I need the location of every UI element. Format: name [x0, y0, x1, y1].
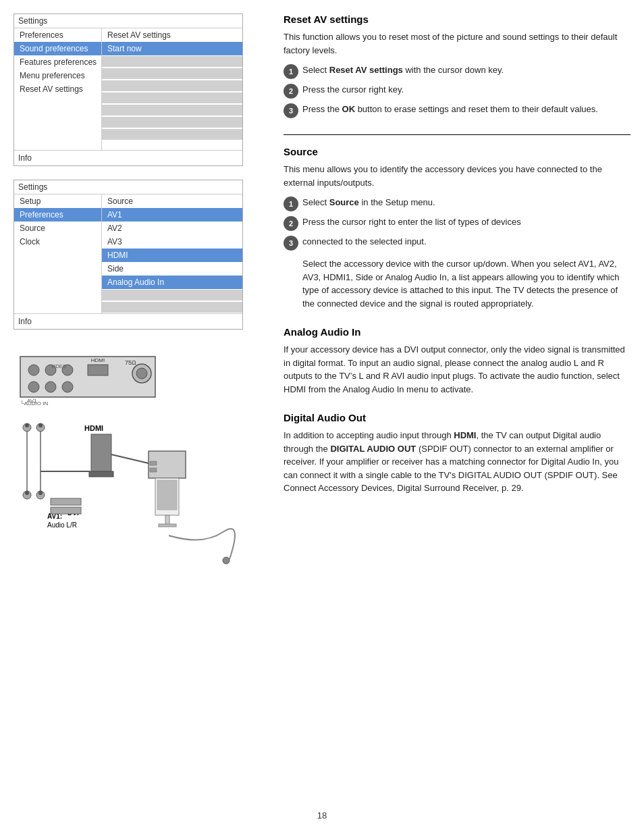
svg-text:Audio L/R: Audio L/R	[47, 521, 77, 529]
menu2-gray-row-1	[102, 290, 242, 301]
menu2-left-pane: Setup Preferences Source Clock	[14, 194, 102, 313]
section2-title: Source	[284, 146, 630, 157]
settings-title-2: Settings	[14, 180, 242, 194]
svg-point-20	[38, 423, 43, 427]
svg-line-35	[111, 454, 149, 463]
menu2-item-3[interactable]: Clock	[14, 235, 101, 249]
connection-diagram: HDMI AV1: DVI	[14, 411, 243, 566]
svg-rect-30	[157, 480, 177, 510]
menu2-item-1[interactable]: Preferences	[14, 208, 101, 221]
section1-step-2: 2 Press the cursor right key.	[284, 83, 630, 99]
svg-rect-40	[51, 498, 81, 505]
left-column: Settings Preferences Sound preferences F…	[14, 14, 263, 820]
menu1-right-pane: Reset AV settings Start now	[102, 28, 242, 150]
menu2-item-0[interactable]: Setup	[14, 194, 101, 208]
section-source: Source This menu allows you to identify …	[284, 146, 630, 310]
menu1-gray-row-5	[102, 105, 242, 115]
tv-panel-diagram: VIDEO HDMI 75Ω └AUDIO IN AV1	[14, 350, 243, 411]
svg-point-19	[25, 423, 29, 427]
menu2-footer: Info	[14, 313, 242, 329]
menu1-item-2[interactable]: Features preferences	[14, 55, 101, 69]
svg-text:HDMI: HDMI	[84, 424, 103, 432]
menu1-right-header: Reset AV settings	[102, 28, 242, 42]
svg-point-4	[28, 382, 39, 392]
step-s1-text: Select Source in the Setup menu.	[302, 196, 630, 209]
section1-steps: 1 Select Reset AV settings with the curs…	[284, 63, 630, 118]
svg-rect-8	[88, 365, 108, 375]
section1-step-1: 1 Select Reset AV settings with the curs…	[284, 63, 630, 79]
section-digital-audio: Digital Audio Out In addition to accepti…	[284, 412, 630, 495]
step-s3-text: connected to the selected input.	[302, 235, 630, 249]
section2-extra: Select the accessory device with the cur…	[302, 257, 630, 310]
menu2-right-item-4[interactable]: Side	[102, 262, 242, 276]
menu2-right-item-3[interactable]: HDMI	[102, 249, 242, 262]
svg-rect-34	[150, 468, 157, 472]
step-number-3: 3	[284, 103, 298, 118]
svg-point-1	[28, 365, 39, 375]
section2-step-1: 1 Select Source in the Setup menu.	[284, 196, 630, 211]
svg-text:HDMI: HDMI	[91, 357, 105, 363]
page: Settings Preferences Sound preferences F…	[0, 0, 644, 834]
menu2-item-2[interactable]: Source	[14, 221, 101, 235]
menu1-item-0[interactable]: Preferences	[14, 28, 101, 42]
svg-text:VIDEO: VIDEO	[51, 364, 66, 369]
section1-title: Reset AV settings	[284, 14, 630, 25]
svg-point-5	[45, 382, 56, 392]
settings-menu-1: Settings Preferences Sound preferences F…	[14, 14, 243, 166]
diagram-area: VIDEO HDMI 75Ω └AUDIO IN AV1	[14, 350, 263, 566]
section-reset-av: Reset AV settings This function allows y…	[284, 14, 630, 118]
menu2-right-item-1[interactable]: AV2	[102, 221, 242, 235]
svg-rect-26	[91, 434, 111, 475]
separator-1	[284, 134, 630, 135]
svg-point-6	[62, 382, 73, 392]
menu1-gray-row-6	[102, 117, 242, 128]
menu1-start-now[interactable]: Start now	[102, 42, 242, 55]
section1-step-3: 3 Press the OK button to erase settings …	[284, 103, 630, 118]
step1-text: Select Reset AV settings with the cursor…	[302, 63, 630, 77]
right-column: Reset AV settings This function allows y…	[277, 14, 630, 820]
svg-text:75Ω: 75Ω	[125, 359, 136, 366]
menu1-item-4[interactable]: Reset AV settings	[14, 82, 101, 96]
settings-menu-2: Settings Setup Preferences Source Clock …	[14, 180, 243, 330]
step-number-2: 2	[284, 84, 298, 99]
section4-title: Digital Audio Out	[284, 412, 630, 423]
step2-text: Press the cursor right key.	[302, 83, 630, 97]
step-number-s2: 2	[284, 216, 298, 231]
section3-description: If your accessory device has a DVI outpu…	[284, 343, 630, 396]
section3-title: Analog Audio In	[284, 326, 630, 338]
svg-text:AV1: AV1	[27, 398, 37, 404]
svg-point-23	[25, 491, 29, 495]
svg-point-42	[223, 557, 230, 564]
step3-text: Press the OK button to erase settings an…	[302, 103, 630, 116]
menu1-gray-row-3	[102, 80, 242, 91]
section2-steps: 1 Select Source in the Setup menu. 2 Pre…	[284, 196, 630, 251]
menu1-left-pane: Preferences Sound preferences Features p…	[14, 28, 102, 150]
svg-rect-33	[150, 461, 157, 465]
menu2-gray-row-2	[102, 302, 242, 313]
menu1-gray-row-2	[102, 68, 242, 79]
svg-point-24	[38, 491, 43, 495]
svg-rect-27	[89, 471, 113, 477]
section2-step-2: 2 Press the cursor right to enter the li…	[284, 215, 630, 231]
menu2-right-item-0[interactable]: AV1	[102, 208, 242, 221]
step-number-s3: 3	[284, 236, 298, 251]
section2-step-3: 3 connected to the selected input.	[284, 235, 630, 251]
step-s2-text: Press the cursor right to enter the list…	[302, 215, 630, 229]
menu1-gray-row-1	[102, 56, 242, 67]
step-number-1: 1	[284, 64, 298, 79]
section1-description: This function allows you to reset most o…	[284, 30, 630, 57]
menu2-right-item-2[interactable]: AV3	[102, 235, 242, 249]
menu2-right-header: Source	[102, 194, 242, 208]
svg-rect-41	[51, 507, 81, 514]
menu2-right-item-5[interactable]: Analog Audio In	[102, 276, 242, 289]
page-number: 18	[317, 810, 327, 820]
menu1-item-3[interactable]: Menu preferences	[14, 69, 101, 82]
section-analog-audio: Analog Audio In If your accessory device…	[284, 326, 630, 396]
menu2-right-pane: Source AV1 AV2 AV3 HDMI Side Analog Audi…	[102, 194, 242, 313]
section2-description: This menu allows you to identify the acc…	[284, 163, 630, 189]
menu1-gray-row-4	[102, 93, 242, 103]
step-number-s1: 1	[284, 197, 298, 211]
settings-title-1: Settings	[14, 14, 242, 28]
section4-description: In addition to accepting audio input thr…	[284, 429, 630, 495]
menu1-item-1[interactable]: Sound preferences	[14, 42, 101, 55]
